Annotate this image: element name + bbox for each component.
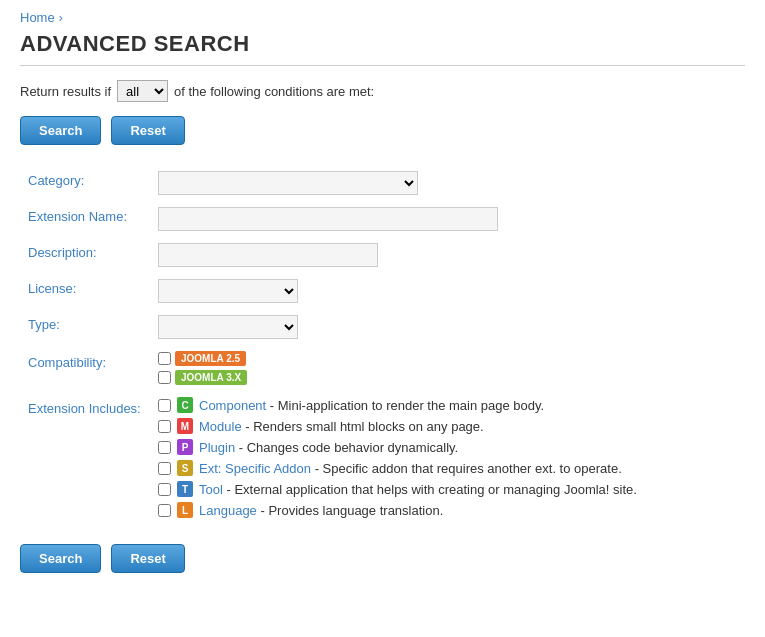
extension-name-input[interactable]: [158, 207, 498, 231]
breadcrumb: Home ›: [20, 10, 745, 25]
license-row: License:: [20, 273, 745, 309]
category-select[interactable]: [158, 171, 418, 195]
ext-include-icon-0: C: [177, 397, 193, 413]
compat-j3x-row: JOOMLA 3.X: [158, 370, 737, 385]
ext-include-icon-5: L: [177, 502, 193, 518]
ext-include-icon-2: P: [177, 439, 193, 455]
ext-include-label-3: Ext: Specific Addon - Specific addon tha…: [199, 461, 622, 476]
condition-row: Return results if all any of the followi…: [20, 80, 745, 102]
description-row: Description:: [20, 237, 745, 273]
ext-include-row: MModule - Renders small html blocks on a…: [158, 418, 737, 434]
compat-j25-checkbox[interactable]: [158, 352, 171, 365]
breadcrumb-arrow: ›: [59, 11, 63, 25]
category-row: Category:: [20, 165, 745, 201]
compat-j25-badge: JOOMLA 2.5: [175, 351, 246, 366]
reset-button-bottom[interactable]: Reset: [111, 544, 184, 573]
compat-j3x-checkbox[interactable]: [158, 371, 171, 384]
title-divider: [20, 65, 745, 66]
ext-include-row: LLanguage - Provides language translatio…: [158, 502, 737, 518]
condition-select[interactable]: all any: [117, 80, 168, 102]
ext-include-checkbox-4[interactable]: [158, 483, 171, 496]
condition-prefix: Return results if: [20, 84, 111, 99]
ext-include-row: CComponent - Mini-application to render …: [158, 397, 737, 413]
license-select[interactable]: [158, 279, 298, 303]
ext-include-checkbox-0[interactable]: [158, 399, 171, 412]
ext-include-checkbox-3[interactable]: [158, 462, 171, 475]
description-label: Description:: [28, 245, 97, 260]
ext-include-label-4: Tool - External application that helps w…: [199, 482, 637, 497]
ext-include-checkbox-2[interactable]: [158, 441, 171, 454]
ext-include-icon-1: M: [177, 418, 193, 434]
ext-include-row: SExt: Specific Addon - Specific addon th…: [158, 460, 737, 476]
condition-suffix: of the following conditions are met:: [174, 84, 374, 99]
type-select[interactable]: [158, 315, 298, 339]
search-button-bottom[interactable]: Search: [20, 544, 101, 573]
compat-j3x-badge: JOOMLA 3.X: [175, 370, 247, 385]
extension-includes-row: Extension Includes: CComponent - Mini-ap…: [20, 391, 745, 524]
category-label: Category:: [28, 173, 84, 188]
compatibility-row: Compatibility: JOOMLA 2.5 JOOMLA 3.X: [20, 345, 745, 391]
extension-name-label: Extension Name:: [28, 209, 127, 224]
license-label: License:: [28, 281, 76, 296]
extension-includes-list: CComponent - Mini-application to render …: [158, 397, 737, 518]
extension-name-row: Extension Name:: [20, 201, 745, 237]
ext-include-icon-3: S: [177, 460, 193, 476]
type-label: Type:: [28, 317, 60, 332]
reset-button-top[interactable]: Reset: [111, 116, 184, 145]
breadcrumb-home[interactable]: Home: [20, 10, 55, 25]
form-table: Category: Extension Name: Description:: [20, 165, 745, 524]
ext-include-label-5: Language - Provides language translation…: [199, 503, 443, 518]
top-button-row: Search Reset: [20, 116, 745, 145]
ext-include-label-2: Plugin - Changes code behavior dynamical…: [199, 440, 458, 455]
ext-include-row: PPlugin - Changes code behavior dynamica…: [158, 439, 737, 455]
bottom-button-row: Search Reset: [20, 544, 745, 573]
page-title: ADVANCED SEARCH: [20, 31, 745, 57]
compatibility-label: Compatibility:: [28, 355, 106, 370]
ext-include-label-1: Module - Renders small html blocks on an…: [199, 419, 484, 434]
ext-include-checkbox-1[interactable]: [158, 420, 171, 433]
extension-includes-label: Extension Includes:: [28, 401, 141, 416]
ext-include-icon-4: T: [177, 481, 193, 497]
ext-include-label-0: Component - Mini-application to render t…: [199, 398, 544, 413]
compatibility-badges: JOOMLA 2.5 JOOMLA 3.X: [158, 351, 737, 385]
compat-j25-row: JOOMLA 2.5: [158, 351, 737, 366]
search-button-top[interactable]: Search: [20, 116, 101, 145]
ext-include-checkbox-5[interactable]: [158, 504, 171, 517]
ext-include-row: TTool - External application that helps …: [158, 481, 737, 497]
description-input[interactable]: [158, 243, 378, 267]
type-row: Type:: [20, 309, 745, 345]
